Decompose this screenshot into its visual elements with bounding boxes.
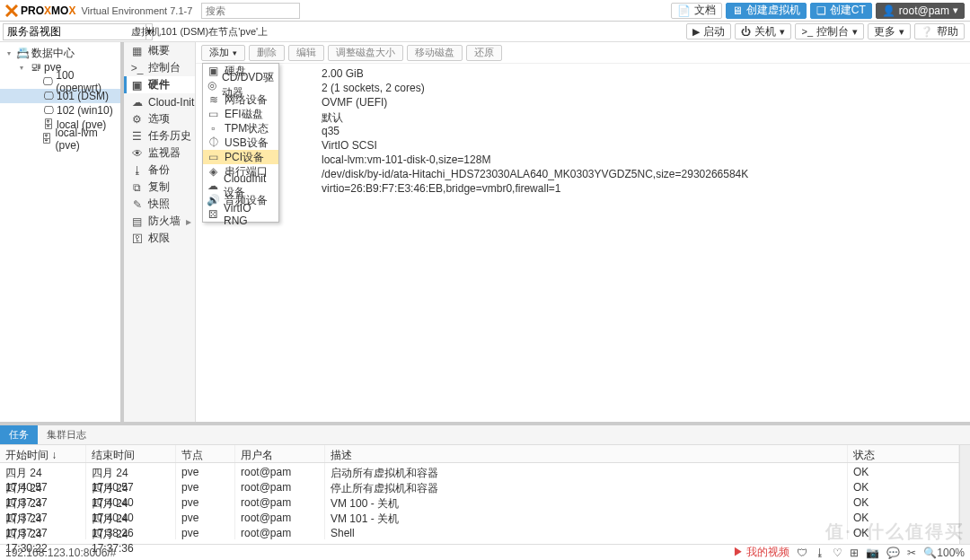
- menu-icon: 👁: [131, 147, 143, 160]
- dropdown-item[interactable]: ≋网络设备: [203, 92, 278, 107]
- sidemenu-item[interactable]: >_控制台: [124, 59, 195, 76]
- search-box[interactable]: [201, 3, 300, 19]
- shutdown-button[interactable]: ⏻ 关机 ▾: [735, 23, 791, 39]
- sidemenu-item[interactable]: ⧉复制: [124, 179, 195, 196]
- menu-icon: ⚙: [131, 113, 143, 126]
- search-input[interactable]: [201, 3, 300, 19]
- video-link[interactable]: ▶ 我的视频: [733, 545, 789, 560]
- heart-icon[interactable]: ♡: [833, 547, 842, 559]
- dd-icon: ▭: [207, 151, 219, 163]
- dd-icon: ▫: [207, 122, 219, 135]
- col-user[interactable]: 用户名: [235, 445, 325, 462]
- dropdown-item[interactable]: ▭EFI磁盘: [203, 107, 278, 121]
- sidemenu-item[interactable]: ▦概要: [124, 42, 195, 59]
- tree-item[interactable]: 🖵102 (win10): [0, 103, 120, 118]
- hw-row[interactable]: 2 (1 sockets, 2 cores): [313, 82, 970, 96]
- more-button[interactable]: 更多 ▾: [868, 23, 911, 39]
- log-row[interactable]: 四月 24 17:40:57四月 24 17:40:57pveroot@pam启…: [0, 463, 959, 478]
- log-row[interactable]: 四月 24 17:37:37四月 24 17:40:40pveroot@pam停…: [0, 478, 959, 494]
- menu-icon: >_: [131, 62, 143, 74]
- user-menu[interactable]: 👤root@pam ▾: [876, 3, 965, 19]
- menu-icon: ▣: [131, 79, 143, 92]
- hw-row[interactable]: VirtIO SCSI: [313, 139, 970, 153]
- add-button[interactable]: 添加: [201, 45, 245, 61]
- menu-label: 快照: [148, 197, 170, 212]
- dropdown-item[interactable]: ⏀USB设备: [203, 136, 278, 150]
- move-button[interactable]: 移动磁盘: [407, 45, 463, 61]
- side-menu[interactable]: ▦概要>_控制台▣硬件☁Cloud-Init⚙选项☰任务历史👁监视器⭳备份⧉复制…: [124, 42, 196, 422]
- hw-value: virtio=26:B9:F7:E3:46:EB,bridge=vmbr0,fi…: [313, 182, 560, 197]
- dd-icon: ▣: [207, 65, 219, 77]
- sidemenu-item[interactable]: ⚙选项: [124, 110, 195, 127]
- col-status[interactable]: 状态: [848, 445, 959, 462]
- sidemenu-item[interactable]: ⭳备份: [124, 162, 195, 179]
- hw-row[interactable]: q35: [313, 125, 970, 139]
- col-start[interactable]: 开始时间 ↓: [0, 445, 86, 462]
- tree-item[interactable]: 🖵101 (DSM): [0, 89, 120, 103]
- dropdown-item[interactable]: ▫TPM状态: [203, 121, 278, 136]
- zoom-label[interactable]: 🔍100%: [923, 547, 965, 559]
- col-node[interactable]: 节点: [176, 445, 235, 462]
- console-button[interactable]: >_ 控制台 ▾: [795, 23, 864, 39]
- hw-row[interactable]: local-lvm:vm-101-disk-0,size=128M: [313, 153, 970, 168]
- docs-button[interactable]: 📄文档: [671, 3, 722, 19]
- menu-icon: ⚿: [131, 232, 143, 245]
- dl-icon[interactable]: ⭳: [815, 547, 825, 559]
- hw-row[interactable]: /dev/disk/by-id/ata-Hitachi_HDS723030ALA…: [313, 168, 970, 182]
- sidemenu-item[interactable]: ☰任务历史: [124, 127, 195, 144]
- sidemenu-item[interactable]: ✎快照: [124, 196, 195, 213]
- start-button[interactable]: ▶ 启动: [686, 23, 731, 39]
- msg-icon[interactable]: 💬: [886, 547, 900, 559]
- hardware-toolbar: 添加 删除 编辑 调整磁盘大小 移动磁盘 还原: [196, 42, 970, 64]
- hardware-table: 2.00 GiB2 (1 sockets, 2 cores)OVMF (UEFI…: [196, 64, 970, 422]
- hw-row[interactable]: 2.00 GiB: [313, 67, 970, 82]
- tab-tasks[interactable]: 任务: [0, 425, 38, 444]
- view-selector[interactable]: ▾: [3, 23, 119, 40]
- dd-icon: ◈: [207, 165, 219, 178]
- caret-icon: ▾: [7, 49, 14, 57]
- revert-button[interactable]: 还原: [466, 45, 502, 61]
- menu-icon: ✎: [131, 198, 143, 211]
- col-desc[interactable]: 描述: [325, 445, 848, 462]
- create-vm-button[interactable]: 🖥创建虚拟机: [726, 3, 807, 19]
- tab-cluster-log[interactable]: 集群日志: [38, 425, 95, 444]
- cut-icon[interactable]: ✂: [907, 547, 916, 559]
- col-end[interactable]: 结束时间: [86, 445, 176, 462]
- cube-icon: ❏: [816, 4, 826, 17]
- hw-row[interactable]: 默认: [313, 110, 970, 125]
- sidemenu-item[interactable]: ☁Cloud-Init: [124, 93, 195, 110]
- help-button[interactable]: ❔ 帮助: [914, 23, 965, 39]
- tree-item[interactable]: ▾📇数据中心: [0, 46, 120, 60]
- dropdown-item[interactable]: ☁CloudInit设备: [203, 179, 278, 193]
- ext-icon[interactable]: ⊞: [850, 547, 859, 559]
- edit-button[interactable]: 编辑: [288, 45, 324, 61]
- menu-label: 控制台: [148, 60, 181, 75]
- scrollbar[interactable]: [959, 445, 970, 544]
- dropdown-item[interactable]: ⚄VirtIO RNG: [203, 207, 278, 222]
- dropdown-item[interactable]: ▭PCI设备: [203, 150, 278, 164]
- resource-tree[interactable]: ▾📇数据中心▾🖳pve🖵100 (openwrt)🖵101 (DSM)🖵102 …: [0, 42, 124, 422]
- shield-icon[interactable]: 🛡: [797, 547, 807, 559]
- dropdown-item[interactable]: ◎CD/DVD驱动器: [203, 78, 278, 92]
- resize-button[interactable]: 调整磁盘大小: [328, 45, 403, 61]
- create-ct-button[interactable]: ❏创建CT: [810, 3, 872, 19]
- tree-item[interactable]: 🖵100 (openwrt): [0, 74, 120, 89]
- menu-icon: ☁: [131, 96, 143, 109]
- dd-label: TPM状态: [225, 121, 269, 136]
- hw-row[interactable]: OVMF (UEFI): [313, 96, 970, 110]
- log-row[interactable]: 四月 24 17:37:37四月 24 17:38:26pveroot@pamV…: [0, 509, 959, 524]
- sidemenu-item[interactable]: ▣硬件: [124, 76, 195, 93]
- menu-icon: ▤: [131, 215, 143, 228]
- menu-icon: ☰: [131, 130, 143, 143]
- cam-icon[interactable]: 📷: [866, 547, 879, 559]
- hw-row[interactable]: virtio=26:B9:F7:E3:46:EB,bridge=vmbr0,fi…: [313, 182, 970, 197]
- remove-button[interactable]: 删除: [249, 45, 285, 61]
- add-dropdown[interactable]: ▣硬盘◎CD/DVD驱动器≋网络设备▭EFI磁盘▫TPM状态⏀USB设备▭PCI…: [202, 63, 279, 223]
- menu-label: 硬件: [148, 77, 170, 92]
- sidemenu-item[interactable]: ⚿权限: [124, 230, 195, 247]
- log-row[interactable]: 四月 24 17:37:37四月 24 17:40:40pveroot@pamV…: [0, 494, 959, 509]
- log-row[interactable]: 四月 24 17:30:22四月 24 17:37:36pveroot@pamS…: [0, 524, 959, 539]
- sidemenu-item[interactable]: ▤防火墙▸: [124, 213, 195, 230]
- tree-item[interactable]: 🗄local-lvm (pve): [0, 132, 120, 146]
- sidemenu-item[interactable]: 👁监视器: [124, 144, 195, 162]
